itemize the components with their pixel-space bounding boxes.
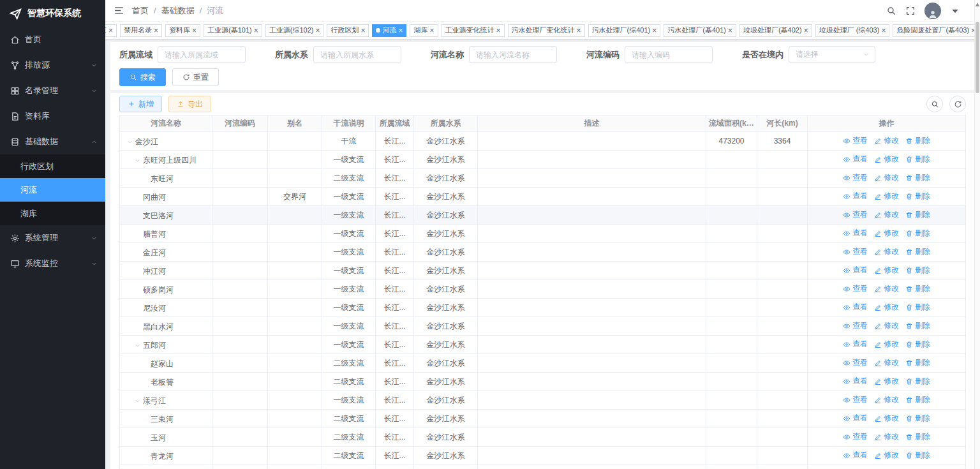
sidebar-item-base-data[interactable]: 基础数据 <box>0 129 105 154</box>
edit-button[interactable]: 修改 <box>874 246 899 257</box>
tab-close-icon[interactable]: × <box>154 27 158 34</box>
view-button[interactable]: 查看 <box>843 376 868 387</box>
view-button[interactable]: 查看 <box>843 135 868 146</box>
edit-button[interactable]: 修改 <box>874 172 899 183</box>
delete-button[interactable]: 删除 <box>905 246 930 257</box>
tab-close-icon[interactable]: × <box>728 27 732 34</box>
sidebar-item-data-library[interactable]: 资料库 <box>0 103 105 129</box>
table-refresh-button[interactable] <box>949 96 966 112</box>
edit-button[interactable]: 修改 <box>874 413 899 424</box>
tab-close-icon[interactable]: × <box>496 27 501 34</box>
edit-button[interactable]: 修改 <box>874 154 899 165</box>
view-button[interactable]: 查看 <box>843 320 868 331</box>
tab-close-icon[interactable]: × <box>192 27 197 34</box>
delete-button[interactable]: 删除 <box>905 135 930 146</box>
filter-input-water-system[interactable] <box>313 46 401 63</box>
delete-button[interactable]: 删除 <box>905 376 930 387</box>
search-button[interactable]: 搜索 <box>119 68 166 86</box>
filter-input-river-name[interactable] <box>469 46 557 63</box>
view-button[interactable]: 查看 <box>843 191 868 202</box>
edit-button[interactable]: 修改 <box>874 339 899 350</box>
tab-close-icon[interactable]: × <box>254 27 258 34</box>
view-button[interactable]: 查看 <box>843 413 868 424</box>
expand-caret-icon[interactable] <box>134 398 143 405</box>
edit-button[interactable]: 修改 <box>874 431 899 442</box>
edit-button[interactable]: 修改 <box>874 135 899 146</box>
delete-button[interactable]: 删除 <box>905 172 930 183</box>
add-button[interactable]: 新增 <box>119 96 162 112</box>
view-button[interactable]: 查看 <box>843 302 868 313</box>
tab-sewage-plant-stats[interactable]: 污水处理厂变化统计× <box>508 24 585 37</box>
tab-close-icon[interactable]: × <box>429 27 434 34</box>
tab-close-icon[interactable]: × <box>881 27 886 34</box>
caret-down-icon[interactable] <box>950 6 960 16</box>
tab-close-icon[interactable]: × <box>360 27 365 34</box>
tab-data-library[interactable]: 资料库× <box>165 24 200 37</box>
view-button[interactable]: 查看 <box>843 394 868 405</box>
edit-button[interactable]: 修改 <box>874 394 899 405</box>
fullscreen-icon[interactable] <box>905 6 916 16</box>
export-button[interactable]: 导出 <box>168 96 211 112</box>
sidebar-item-system-management[interactable]: 系统管理 <box>0 225 105 251</box>
table-search-button[interactable] <box>926 96 943 112</box>
delete-button[interactable]: 删除 <box>905 302 930 313</box>
view-button[interactable]: 查看 <box>843 209 868 220</box>
delete-button[interactable]: 删除 <box>905 413 930 424</box>
tab-industrial-source-zong102[interactable]: 工业源(综102)× <box>265 24 324 37</box>
sidebar-item-home[interactable]: 首页 <box>0 27 105 52</box>
reset-button[interactable]: 重置 <box>172 68 219 86</box>
sidebar-subitem-river[interactable]: 河流 <box>0 178 105 202</box>
tab-river[interactable]: 河流× <box>372 24 406 37</box>
edit-button[interactable]: 修改 <box>874 228 899 239</box>
delete-button[interactable]: 删除 <box>905 283 930 294</box>
sidebar-subitem-lake-reservoir[interactable]: 湖库 <box>0 202 105 225</box>
tab-admin-division[interactable]: 行政区划× <box>327 24 369 37</box>
tab-close-icon[interactable]: × <box>577 27 581 34</box>
edit-button[interactable]: 修改 <box>874 209 899 220</box>
search-icon[interactable] <box>886 6 896 16</box>
expand-caret-icon[interactable] <box>134 157 143 164</box>
tab-waste-plant-base402[interactable]: 垃圾处理厂(基402)× <box>739 24 812 37</box>
scrollbar-up-arrow-icon[interactable] <box>976 3 979 6</box>
expand-caret-icon[interactable] <box>134 342 143 349</box>
tab-close-icon[interactable]: × <box>652 27 657 34</box>
delete-button[interactable]: 删除 <box>905 320 930 331</box>
sidebar-item-directory-management[interactable]: 名录管理 <box>0 78 105 103</box>
edit-button[interactable]: 修改 <box>874 191 899 202</box>
filter-input-basin[interactable] <box>158 46 246 63</box>
view-button[interactable]: 查看 <box>843 228 868 239</box>
view-button[interactable]: 查看 <box>843 154 868 165</box>
tab-lake-reservoir[interactable]: 湖库× <box>410 24 438 37</box>
view-button[interactable]: 查看 <box>843 172 868 183</box>
tab-close-icon[interactable]: × <box>804 27 808 34</box>
tab-hazardous-waste-plant-base403[interactable]: 危险固废处置厂(基403)× <box>893 24 979 37</box>
edit-button[interactable]: 修改 <box>874 283 899 294</box>
tab-close-icon[interactable]: × <box>398 27 403 34</box>
breadcrumb-item[interactable]: 首页 <box>132 5 149 17</box>
edit-button[interactable]: 修改 <box>874 320 899 331</box>
delete-button[interactable]: 删除 <box>905 228 930 239</box>
delete-button[interactable]: 删除 <box>905 209 930 220</box>
tab-industrial-source-stats[interactable]: 工业源变化统计× <box>442 24 505 37</box>
view-button[interactable]: 查看 <box>843 265 868 276</box>
hamburger-icon[interactable] <box>114 5 124 16</box>
avatar[interactable] <box>924 3 941 19</box>
edit-button[interactable]: 修改 <box>874 376 899 387</box>
edit-button[interactable]: 修改 <box>874 265 899 276</box>
edit-button[interactable]: 修改 <box>874 357 899 368</box>
delete-button[interactable]: 删除 <box>905 154 930 165</box>
tab-sewage-plant-base401[interactable]: 污水处理厂(基401)× <box>664 24 736 37</box>
view-button[interactable]: 查看 <box>843 339 868 350</box>
view-button[interactable]: 查看 <box>843 450 868 461</box>
filter-select-in-territory[interactable]: 请选择 <box>789 46 875 63</box>
delete-button[interactable]: 删除 <box>905 191 930 202</box>
tab-close-icon[interactable]: × <box>315 27 320 34</box>
page-scrollbar[interactable] <box>974 0 980 469</box>
tab-sewage-plant-zong401[interactable]: 污水处理厂(综401)× <box>588 24 661 37</box>
delete-button[interactable]: 删除 <box>905 339 930 350</box>
view-button[interactable]: 查看 <box>843 431 868 442</box>
view-button[interactable]: 查看 <box>843 283 868 294</box>
sidebar-subitem-admin-division[interactable]: 行政区划 <box>0 154 105 178</box>
delete-button[interactable]: 删除 <box>905 394 930 405</box>
delete-button[interactable]: 删除 <box>905 265 930 276</box>
